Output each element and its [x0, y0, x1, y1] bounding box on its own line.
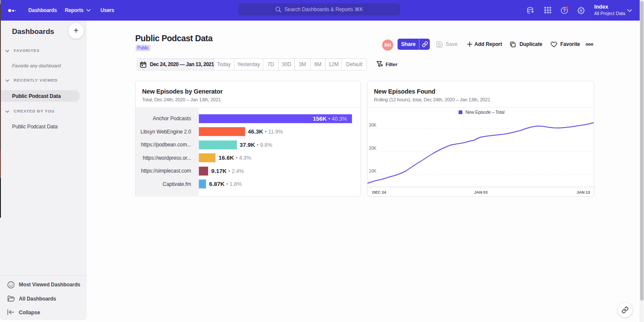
svg-text:20K: 20K: [369, 146, 377, 151]
svg-text:?: ?: [563, 8, 565, 13]
svg-text:JAN 03: JAN 03: [474, 190, 487, 194]
svg-text:JAN 13: JAN 13: [577, 190, 590, 194]
svg-text:DEC 24: DEC 24: [372, 190, 386, 194]
svg-text:10K: 10K: [369, 169, 377, 173]
svg-text:30K: 30K: [369, 123, 377, 128]
